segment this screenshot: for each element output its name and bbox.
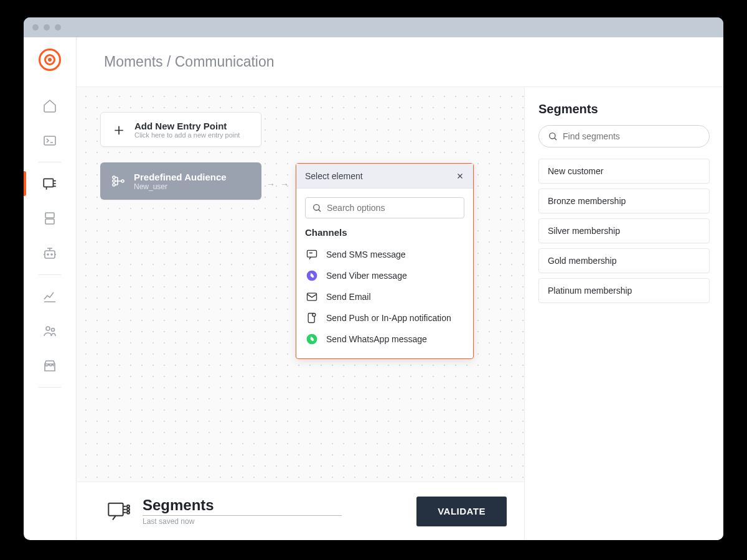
sidebar xyxy=(24,37,77,540)
popup-search[interactable] xyxy=(305,197,464,218)
svg-point-11 xyxy=(113,184,115,186)
search-icon xyxy=(548,131,558,141)
channel-whatsapp[interactable]: Send WhatsApp message xyxy=(305,329,464,350)
segment-item[interactable]: Gold membership xyxy=(538,248,710,273)
svg-rect-16 xyxy=(308,293,317,301)
footer-bar: Segments Last saved now VALIDATE xyxy=(77,482,524,540)
header: Moments / Communication xyxy=(77,37,723,87)
window-dot[interactable] xyxy=(55,24,61,30)
svg-point-21 xyxy=(127,505,129,507)
select-element-popup: Select element Channels xyxy=(296,163,474,359)
channels-heading: Channels xyxy=(305,227,464,238)
segment-item[interactable]: New customer xyxy=(538,159,710,184)
nav-bot[interactable] xyxy=(24,236,77,271)
audience-title: Predefined Audience xyxy=(134,172,227,182)
viber-icon xyxy=(305,269,319,282)
segment-item[interactable]: Silver membership xyxy=(538,218,710,243)
svg-point-9 xyxy=(113,176,115,179)
svg-point-12 xyxy=(121,180,124,182)
sms-icon xyxy=(305,248,319,261)
channel-label: Send SMS message xyxy=(326,250,406,259)
window-titlebar xyxy=(24,17,723,37)
segments-icon xyxy=(106,499,131,524)
svg-rect-4 xyxy=(45,251,55,258)
flow-arrow: → → xyxy=(266,179,290,189)
channel-viber[interactable]: Send Viber message xyxy=(305,265,464,286)
nav-home[interactable] xyxy=(24,88,77,123)
flow-canvas[interactable]: ＋ Add New Entry Point Click here to add … xyxy=(77,87,524,540)
svg-point-5 xyxy=(47,254,49,255)
segments-heading: Segments xyxy=(538,102,710,116)
entry-subtitle: Click here to add a new entry point xyxy=(134,131,240,139)
add-entry-point-card[interactable]: ＋ Add New Entry Point Click here to add … xyxy=(100,112,261,147)
entry-title: Add New Entry Point xyxy=(134,121,240,131)
svg-rect-2 xyxy=(45,213,54,218)
push-icon xyxy=(305,311,319,325)
segment-item[interactable]: Bronze membership xyxy=(538,189,710,213)
svg-point-24 xyxy=(550,133,555,139)
svg-point-7 xyxy=(46,327,50,330)
segment-item[interactable]: Platinum membership xyxy=(538,278,710,303)
nav-analytics[interactable] xyxy=(24,279,77,314)
svg-rect-3 xyxy=(45,219,54,224)
svg-rect-1 xyxy=(44,179,53,187)
audience-subtitle: New_user xyxy=(134,182,227,191)
segments-search-input[interactable] xyxy=(563,131,700,141)
svg-point-22 xyxy=(127,508,129,510)
nav-people[interactable] xyxy=(24,314,77,348)
brand-logo xyxy=(39,49,61,71)
channel-label: Send Push or In-App notification xyxy=(326,313,451,323)
svg-point-6 xyxy=(51,254,52,255)
svg-rect-20 xyxy=(108,503,123,515)
audience-icon xyxy=(110,174,125,189)
segments-search[interactable] xyxy=(538,125,710,147)
segments-panel: Segments New customer Bronze membership … xyxy=(524,87,723,540)
search-icon xyxy=(312,203,322,213)
breadcrumb: Moments / Communication xyxy=(104,54,275,70)
popup-title: Select element xyxy=(305,171,363,181)
svg-point-13 xyxy=(314,205,319,210)
footer-title: Segments xyxy=(143,497,342,514)
svg-point-23 xyxy=(127,511,129,513)
svg-point-18 xyxy=(312,314,316,317)
popup-search-input[interactable] xyxy=(327,203,458,213)
channel-email[interactable]: Send Email xyxy=(305,286,464,307)
close-icon[interactable] xyxy=(456,172,464,180)
predefined-audience-node[interactable]: Predefined Audience New_user xyxy=(100,162,261,200)
window-dot[interactable] xyxy=(32,24,39,30)
nav-store[interactable] xyxy=(24,348,77,383)
svg-rect-14 xyxy=(308,250,317,257)
app-window: Moments / Communication ＋ Add New Entry … xyxy=(24,17,723,540)
channel-sms[interactable]: Send SMS message xyxy=(305,244,464,265)
window-dot[interactable] xyxy=(44,24,50,30)
svg-point-10 xyxy=(113,180,115,182)
plus-icon: ＋ xyxy=(111,119,126,141)
nav-templates[interactable] xyxy=(24,201,77,236)
nav-moments[interactable] xyxy=(24,166,77,201)
svg-point-8 xyxy=(52,329,55,332)
channel-label: Send Email xyxy=(326,292,371,302)
nav-terminal[interactable] xyxy=(24,123,77,158)
channel-label: Send Viber message xyxy=(326,271,407,281)
channel-push[interactable]: Send Push or In-App notification xyxy=(305,307,464,329)
whatsapp-icon xyxy=(305,332,319,346)
email-icon xyxy=(305,290,319,304)
svg-rect-0 xyxy=(44,136,55,145)
channel-label: Send WhatsApp message xyxy=(326,334,427,344)
validate-button[interactable]: VALIDATE xyxy=(416,497,507,526)
footer-subtitle: Last saved now xyxy=(143,517,342,526)
